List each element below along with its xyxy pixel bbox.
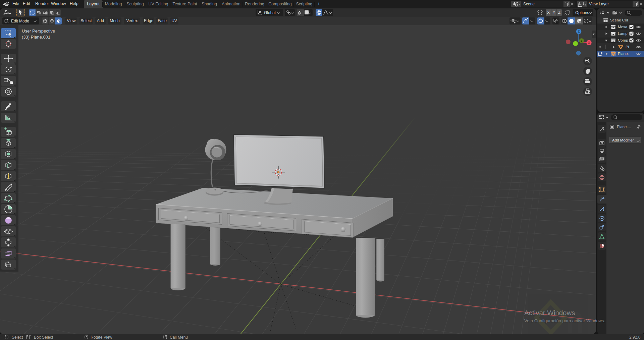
svg-text:X: X	[588, 41, 590, 44]
svg-text:Z: Z	[578, 30, 580, 33]
svg-text:Y: Y	[581, 39, 583, 43]
